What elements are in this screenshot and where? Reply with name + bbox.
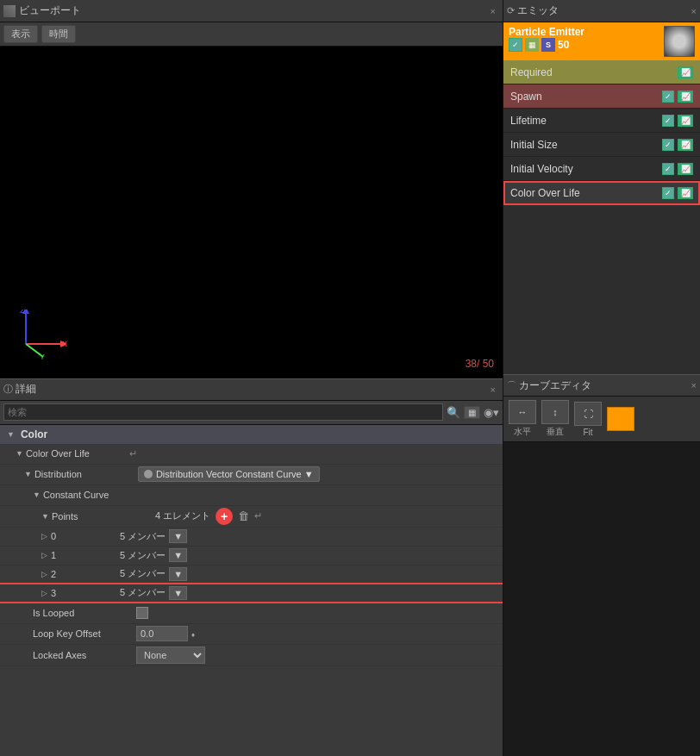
module-required-graph[interactable]: 📈	[678, 66, 693, 78]
color-over-life-row[interactable]: ▼ Color Over Life ↵	[0, 444, 503, 465]
details-header: ⓘ 詳細 ×	[0, 378, 503, 401]
horizontal-button[interactable]: ↔	[509, 400, 536, 424]
add-point-button[interactable]: +	[216, 508, 233, 525]
points-return[interactable]: ↵	[254, 510, 262, 522]
module-initial-size-check[interactable]: ✓	[662, 139, 674, 151]
module-lifetime-check[interactable]: ✓	[662, 115, 674, 127]
details-content: ▼ Color ▼ Color Over Life ↵ ▼ Distributi…	[0, 425, 503, 757]
module-color-over-life-graph[interactable]: 📈	[678, 187, 693, 199]
curve-editor-close-button[interactable]: ×	[691, 380, 697, 390]
point-3-dropdown[interactable]: ▼	[169, 586, 187, 600]
loop-key-offset-row[interactable]: Loop Key Offset ⬧	[0, 624, 503, 645]
is-looped-checkbox[interactable]	[136, 607, 148, 619]
module-spawn-check[interactable]: ✓	[662, 91, 674, 103]
time-button[interactable]: 時間	[41, 25, 76, 43]
module-required-name: Required	[510, 66, 678, 78]
module-initial-size-graph[interactable]: 📈	[678, 139, 693, 151]
axis-indicator: X Z Y	[17, 309, 69, 361]
locked-axes-row[interactable]: Locked Axes None	[0, 645, 503, 666]
point-0-triangle: ▷	[41, 532, 47, 540]
vertical-btn-group: ↕ 垂直	[541, 400, 569, 438]
distribution-row[interactable]: ▼ Distribution Distribution Vector Const…	[0, 465, 503, 485]
curve-orange-button[interactable]	[607, 407, 634, 431]
module-spawn-icons: ✓ 📈	[662, 91, 693, 103]
locked-axes-label: Locked Axes	[33, 650, 136, 660]
module-initial-velocity-check[interactable]: ✓	[662, 163, 674, 175]
point-0-value: 5 メンバー ▼	[120, 529, 187, 543]
loop-key-offset-input[interactable]	[136, 626, 188, 641]
module-color-over-life-row[interactable]: Color Over Life ✓ 📈	[503, 181, 700, 205]
color-over-life-return[interactable]: ↵	[129, 448, 137, 459]
module-initial-velocity-icons: ✓ 📈	[662, 163, 693, 175]
module-spawn-row[interactable]: Spawn ✓ 📈	[503, 84, 700, 109]
search-input[interactable]	[3, 403, 443, 421]
constant-curve-triangle: ▼	[33, 490, 41, 499]
search-icon[interactable]: 🔍	[447, 406, 460, 419]
details-toolbar: 🔍 ▦ ◉▾	[0, 401, 503, 425]
points-value: 4 エレメント + 🗑 ↵	[155, 508, 496, 525]
point-2-value: 5 メンバー ▼	[120, 567, 187, 581]
info-icon: ⓘ	[3, 383, 13, 396]
point-2-dropdown[interactable]: ▼	[169, 567, 187, 581]
point-0-dropdown[interactable]: ▼	[169, 529, 187, 543]
details-close-button[interactable]: ×	[487, 384, 499, 395]
module-initial-size-icons: ✓ 📈	[662, 139, 693, 151]
distribution-dropdown-text: Distribution Vector Constant Curve ▼	[156, 469, 314, 479]
curve-editor-header: ⌒ カーブエディタ ×	[503, 374, 700, 397]
point-0-row[interactable]: ▷ 0 5 メンバー ▼	[0, 528, 503, 547]
emitter-header: ⟳ エミッタ ×	[503, 0, 700, 22]
module-initial-velocity-graph[interactable]: 📈	[678, 163, 693, 175]
trash-icon[interactable]: 🗑	[238, 509, 249, 522]
is-looped-label: Is Looped	[33, 608, 136, 618]
module-lifetime-row[interactable]: Lifetime ✓ 📈	[503, 109, 700, 133]
module-initial-size-row[interactable]: Initial Size ✓ 📈	[503, 133, 700, 157]
emitter-title: エミッタ	[517, 3, 691, 18]
point-2-label: 2	[51, 569, 120, 579]
is-looped-value	[136, 607, 496, 619]
vertical-label: 垂直	[547, 426, 564, 438]
loop-key-offset-value: ⬧	[136, 626, 496, 641]
module-lifetime-graph[interactable]: 📈	[678, 115, 693, 127]
point-3-row[interactable]: ▷ 3 5 メンバー ▼	[0, 584, 503, 603]
particle-icons-row: ✓ ▦ S 50	[509, 38, 659, 52]
fit-button[interactable]: ⛶	[574, 402, 602, 426]
locked-axes-select[interactable]: None	[136, 647, 205, 664]
viewport-close-button[interactable]: ×	[487, 6, 499, 16]
point-2-row[interactable]: ▷ 2 5 メンバー ▼	[0, 565, 503, 584]
particle-grid-icon[interactable]: ▦	[525, 38, 539, 52]
viewport-overlay: 38/ 50	[466, 358, 494, 370]
fit-btn-group: ⛶ Fit	[574, 402, 602, 437]
emitter-icon: ⟳	[507, 5, 515, 16]
grid-view-button[interactable]: ▦	[464, 406, 480, 419]
particle-s-icon[interactable]: S	[541, 38, 555, 52]
is-looped-row[interactable]: Is Looped	[0, 603, 503, 624]
module-color-over-life-name: Color Over Life	[510, 187, 662, 199]
emitter-close-button[interactable]: ×	[691, 6, 697, 16]
module-required-row[interactable]: Required 📈	[503, 60, 700, 84]
point-1-label: 1	[51, 550, 120, 560]
module-initial-velocity-row[interactable]: Initial Velocity ✓ 📈	[503, 157, 700, 181]
particle-check-icon[interactable]: ✓	[509, 38, 522, 52]
vertical-button[interactable]: ↕	[541, 400, 569, 424]
viewport-icon	[3, 5, 16, 17]
distribution-dropdown[interactable]: Distribution Vector Constant Curve ▼	[138, 466, 320, 482]
constant-curve-row[interactable]: ▼ Constant Curve	[0, 485, 503, 506]
point-0-label: 0	[51, 531, 120, 541]
points-row[interactable]: ▼ Points 4 エレメント + 🗑 ↵	[0, 506, 503, 528]
loop-key-offset-spin[interactable]: ⬧	[191, 629, 196, 639]
point-3-value: 5 メンバー ▼	[120, 586, 187, 600]
module-initial-size-name: Initial Size	[510, 139, 662, 151]
section-color[interactable]: ▼ Color	[0, 425, 503, 444]
module-spawn-graph[interactable]: 📈	[678, 91, 693, 103]
color-over-life-label: Color Over Life	[26, 448, 129, 459]
display-button[interactable]: 表示	[3, 25, 38, 43]
points-triangle: ▼	[41, 512, 49, 521]
particle-emitter-container: Particle Emitter ✓ ▦ S 50	[503, 22, 700, 60]
point-3-triangle: ▷	[41, 589, 47, 597]
eye-icon[interactable]: ◉▾	[484, 406, 499, 419]
point-3-label: 3	[51, 588, 120, 598]
point-1-dropdown[interactable]: ▼	[169, 548, 187, 562]
point-1-row[interactable]: ▷ 1 5 メンバー ▼	[0, 547, 503, 565]
distribution-triangle: ▼	[24, 470, 32, 478]
module-color-over-life-check[interactable]: ✓	[662, 187, 674, 199]
